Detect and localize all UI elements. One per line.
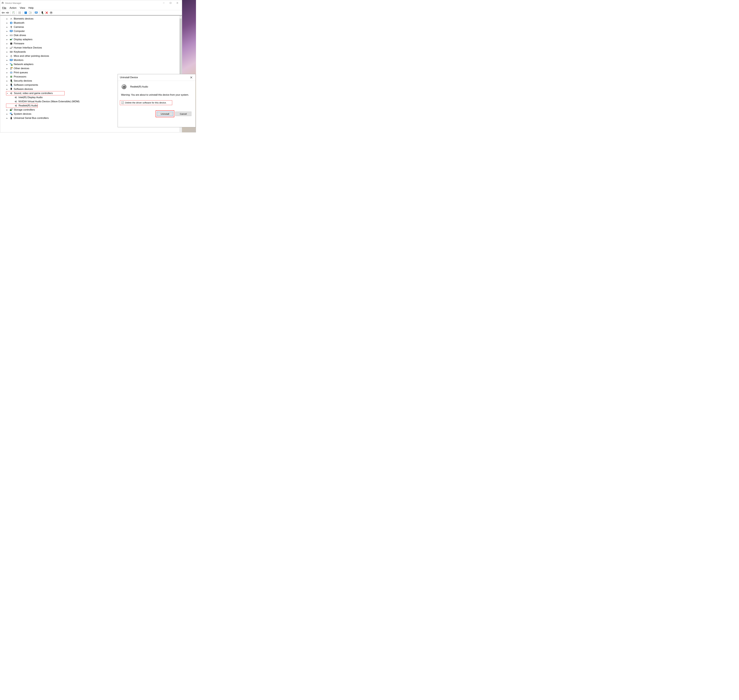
menu-action[interactable]: Action xyxy=(9,6,16,9)
cancel-button[interactable]: Cancel xyxy=(175,112,191,116)
tree-node-other[interactable]: ▶ ? Other devices xyxy=(6,66,176,71)
tree-label: Bluetooth xyxy=(14,21,24,24)
tree-node-firmware[interactable]: ▶ Firmware xyxy=(6,41,176,46)
chevron-right-icon[interactable]: ▶ xyxy=(6,18,8,20)
svg-marker-84 xyxy=(15,100,16,103)
chevron-right-icon[interactable]: ▶ xyxy=(6,113,8,115)
menu-help[interactable]: Help xyxy=(28,6,34,9)
uninstall-device-button[interactable] xyxy=(45,11,48,15)
chevron-right-icon[interactable]: ▶ xyxy=(6,118,8,119)
chevron-right-icon[interactable]: ▶ xyxy=(6,31,8,32)
app-icon xyxy=(1,1,4,4)
enable-device-button[interactable] xyxy=(41,11,44,15)
svg-rect-68 xyxy=(11,65,13,65)
svg-point-53 xyxy=(12,47,13,48)
svg-marker-6 xyxy=(1,12,5,14)
uninstall-button[interactable]: Uninstall xyxy=(157,112,173,116)
tree-label: Realtek(R) Audio xyxy=(19,104,38,107)
chevron-right-icon[interactable]: ▶ xyxy=(6,76,8,78)
svg-rect-93 xyxy=(11,118,12,119)
minimize-button[interactable] xyxy=(160,1,167,5)
tree-label: Disk drives xyxy=(14,34,26,37)
svg-rect-64 xyxy=(10,59,12,60)
help-button[interactable]: ? xyxy=(24,11,28,15)
chevron-right-icon[interactable]: ▶ xyxy=(6,35,8,36)
keyboard-icon xyxy=(10,50,13,53)
chevron-right-icon[interactable]: ▶ xyxy=(6,26,8,28)
menu-view[interactable]: View xyxy=(20,6,25,9)
disk-icon xyxy=(10,34,13,37)
delete-driver-checkbox-row[interactable]: ✓ Delete the driver software for this de… xyxy=(120,100,172,105)
chevron-right-icon[interactable]: ▶ xyxy=(6,59,8,61)
chevron-right-icon[interactable]: ▶ xyxy=(6,51,8,53)
svg-rect-30 xyxy=(11,28,12,28)
tree-node-mice[interactable]: ▶ Mice and other pointing devices xyxy=(6,54,176,58)
tree-node-bluetooth[interactable]: ▶ Bluetooth xyxy=(6,21,176,25)
svg-rect-87 xyxy=(11,109,13,110)
scroll-up-arrow-icon[interactable]: ˄ xyxy=(179,16,182,18)
tree-node-monitors[interactable]: ▶ Monitors xyxy=(6,58,176,62)
tree-node-cameras[interactable]: ▶ Cameras xyxy=(6,25,176,29)
scan-hardware-button[interactable] xyxy=(28,11,32,15)
back-button[interactable] xyxy=(1,11,5,15)
tree-node-realtek-audio[interactable]: Realtek(R) Audio xyxy=(6,104,38,108)
display-adapter-icon xyxy=(10,38,13,41)
tree-label: System devices xyxy=(14,112,31,115)
chevron-right-icon[interactable]: ▶ xyxy=(6,47,8,49)
tree-label: NVIDIA Virtual Audio Device (Wave Extens… xyxy=(19,100,79,103)
dialog-warning-text: Warning: You are about to uninstall this… xyxy=(120,93,193,100)
speaker-icon xyxy=(15,104,18,107)
tree-label: Mice and other pointing devices xyxy=(14,54,49,57)
chevron-right-icon[interactable]: ▶ xyxy=(6,72,8,74)
show-hidden-button[interactable] xyxy=(18,11,21,15)
tree-label: Other devices xyxy=(14,67,29,70)
svg-rect-33 xyxy=(11,32,12,32)
svg-text:?: ? xyxy=(12,68,12,68)
tree-node-computer[interactable]: ▶ Computer xyxy=(6,29,176,33)
chevron-right-icon[interactable]: ▶ xyxy=(6,84,8,86)
speaker-icon xyxy=(121,84,127,90)
usb-icon xyxy=(10,117,13,119)
tree-node-disk[interactable]: ▶ Disk drives xyxy=(6,33,176,37)
chevron-right-icon[interactable]: ▶ xyxy=(6,22,8,24)
svg-marker-83 xyxy=(15,96,16,99)
uninstall-device-dialog: Uninstall Device Realtek(R) Audio Warnin… xyxy=(118,74,196,127)
tree-node-keyboards[interactable]: ▶ Keyboards xyxy=(6,50,176,54)
chevron-right-icon[interactable]: ▶ xyxy=(6,88,8,90)
window-title: Device Manager xyxy=(5,2,21,4)
disable-device-button[interactable] xyxy=(49,11,53,15)
chevron-right-icon[interactable]: ▶ xyxy=(6,68,8,69)
tree-node-biometric[interactable]: ▶ Biometric devices xyxy=(6,17,176,21)
tree-label: Software components xyxy=(14,84,38,87)
properties-button[interactable] xyxy=(12,11,15,15)
chevron-right-icon[interactable]: ▶ xyxy=(6,39,8,40)
maximize-button[interactable] xyxy=(167,1,174,5)
chevron-right-icon[interactable]: ▶ xyxy=(6,43,8,44)
close-button[interactable] xyxy=(174,1,181,5)
tree-node-network[interactable]: ▶ Network adapters xyxy=(6,62,176,66)
checkbox-checked-icon[interactable]: ✓ xyxy=(122,101,124,104)
forward-button[interactable] xyxy=(6,11,9,15)
tree-node-display[interactable]: ▶ Display adapters xyxy=(6,37,176,41)
chevron-right-icon[interactable]: ▶ xyxy=(6,55,8,57)
system-device-icon xyxy=(10,112,13,115)
tree-label: Keyboards xyxy=(14,50,26,53)
svg-rect-67 xyxy=(10,63,11,64)
svg-point-35 xyxy=(10,35,10,35)
software-device-icon xyxy=(10,88,13,91)
svg-rect-59 xyxy=(12,51,12,52)
tree-node-sound[interactable]: ▾ Sound, video and game controllers xyxy=(6,91,65,95)
storage-controller-icon xyxy=(10,108,13,111)
update-driver-button[interactable] xyxy=(34,11,38,15)
chevron-down-icon[interactable]: ▾ xyxy=(6,93,8,94)
chevron-right-icon[interactable]: ▶ xyxy=(6,109,8,111)
speaker-icon xyxy=(14,100,18,103)
menu-file[interactable]: File xyxy=(2,6,6,9)
chevron-right-icon[interactable]: ▶ xyxy=(6,63,8,65)
tree-node-hid[interactable]: ▶ Human Interface Devices xyxy=(6,46,176,50)
dialog-close-button[interactable] xyxy=(189,75,194,80)
svg-rect-92 xyxy=(11,117,12,118)
speaker-icon xyxy=(10,92,13,95)
svg-rect-90 xyxy=(10,113,12,114)
chevron-right-icon[interactable]: ▶ xyxy=(6,80,8,82)
